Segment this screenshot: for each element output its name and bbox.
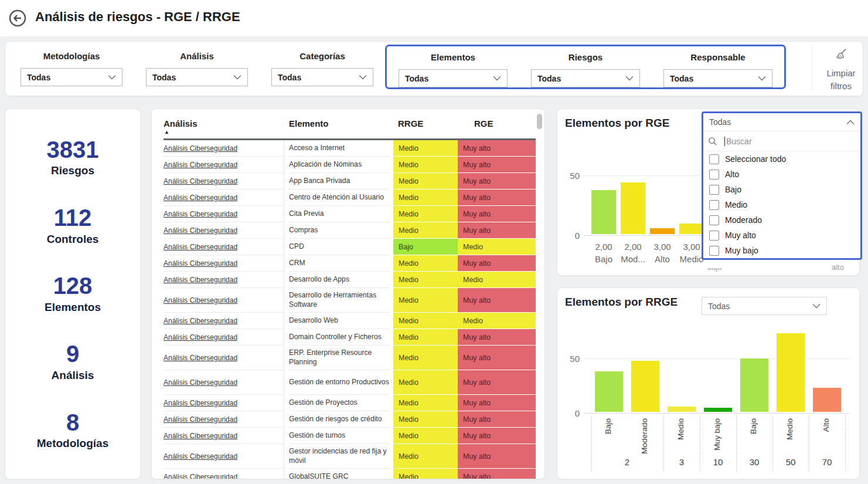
filter-label: Responsable bbox=[652, 52, 784, 62]
table-scrollbar-thumb[interactable] bbox=[537, 114, 542, 129]
rrge-cell[interactable]: Medio bbox=[393, 411, 458, 428]
filter-dropdown-metodologias[interactable]: Todas bbox=[21, 68, 122, 86]
checkbox-unchecked[interactable] bbox=[709, 246, 719, 256]
rge-cell[interactable]: Muy alto bbox=[458, 173, 536, 189]
checkbox-unchecked[interactable] bbox=[709, 215, 719, 225]
back-button[interactable] bbox=[8, 9, 27, 28]
rge-slicer-header[interactable]: Todas bbox=[703, 113, 860, 131]
rge-cell[interactable]: Medio bbox=[458, 272, 536, 288]
filter-dropdown-elementos[interactable]: Todas bbox=[399, 69, 508, 87]
rrge-bar-bajo[interactable] bbox=[740, 358, 768, 412]
rrge-cell[interactable]: Medio bbox=[393, 346, 458, 370]
rge-cell[interactable]: Muy alto bbox=[458, 329, 536, 346]
rge-cell[interactable]: Muy alto bbox=[458, 140, 536, 157]
rrge-bar-alto[interactable] bbox=[813, 388, 841, 412]
filter-dropdown-analisis[interactable]: Todas bbox=[146, 68, 248, 86]
slicer-item-alto[interactable]: Alto bbox=[703, 167, 860, 182]
analysis-link[interactable]: Análisis Ciberseguridad bbox=[164, 259, 237, 268]
slicer-item-muy-bajo[interactable]: Muy bajo bbox=[703, 243, 860, 258]
rrge-cell[interactable]: Medio bbox=[393, 157, 458, 173]
rge-bar-mod[interactable] bbox=[621, 182, 645, 234]
checkbox-unchecked[interactable] bbox=[709, 231, 719, 241]
analysis-link[interactable]: Análisis Ciberseguridad bbox=[164, 452, 237, 461]
rge-cell[interactable]: Muy alto bbox=[458, 206, 536, 222]
rrge-bar-moderado[interactable] bbox=[631, 361, 659, 412]
analysis-link[interactable]: Análisis Ciberseguridad bbox=[164, 210, 237, 218]
rge-cell[interactable]: Muy alto bbox=[458, 444, 536, 469]
checkbox-unchecked[interactable] bbox=[709, 154, 719, 164]
rrge-bar-muy-bajo[interactable] bbox=[704, 408, 732, 412]
rrge-cell[interactable]: Medio bbox=[393, 206, 458, 222]
table-scrollbar[interactable] bbox=[537, 113, 543, 476]
slicer-item-medio[interactable]: Medio bbox=[703, 197, 860, 212]
rge-cell[interactable]: Medio bbox=[458, 239, 536, 255]
slicer-item-bajo[interactable]: Bajo bbox=[703, 182, 860, 197]
rrge-cell[interactable]: Medio bbox=[393, 444, 458, 469]
rrge-cell[interactable]: Medio bbox=[393, 428, 458, 444]
rge-bar-medio[interactable] bbox=[679, 224, 704, 234]
checkbox-unchecked[interactable] bbox=[709, 170, 719, 180]
slicer-item-seleccionar-todo[interactable]: Seleccionar todo bbox=[703, 151, 860, 167]
column-header-rge[interactable]: RGE bbox=[474, 119, 493, 128]
rrge-bar-medio[interactable] bbox=[668, 407, 696, 412]
rge-cell[interactable]: Muy alto bbox=[458, 255, 536, 272]
checkbox-unchecked[interactable] bbox=[709, 200, 719, 210]
column-header-analisis[interactable]: Análisis bbox=[164, 119, 198, 128]
analysis-link[interactable]: Análisis Ciberseguridad bbox=[164, 296, 237, 304]
analysis-link[interactable]: Análisis Ciberseguridad bbox=[164, 354, 237, 362]
rrge-cell[interactable]: Bajo bbox=[393, 239, 458, 255]
filter-dropdown-responsable[interactable]: Todas bbox=[663, 69, 772, 87]
rge-cell[interactable]: Muy alto bbox=[458, 346, 536, 370]
slicer-search-box[interactable]: Buscar bbox=[703, 131, 860, 151]
rge-cell[interactable]: Muy alto bbox=[458, 288, 536, 313]
analysis-link[interactable]: Análisis Ciberseguridad bbox=[164, 333, 237, 341]
filter-dropdown-categorias[interactable]: Todas bbox=[271, 68, 373, 86]
rge-cell[interactable]: Muy alto bbox=[458, 222, 536, 239]
analysis-link[interactable]: Análisis Ciberseguridad bbox=[164, 276, 237, 284]
rrge-cell[interactable]: Medio bbox=[393, 313, 458, 329]
rge-cell[interactable]: Muy alto bbox=[458, 428, 536, 444]
rge-bar-alto[interactable] bbox=[650, 228, 675, 234]
rrge-cell[interactable]: Medio bbox=[393, 173, 458, 189]
analysis-link[interactable]: Análisis Ciberseguridad bbox=[164, 432, 237, 440]
analysis-link[interactable]: Análisis Ciberseguridad bbox=[164, 415, 237, 424]
rge-cell[interactable]: Medio bbox=[458, 313, 536, 329]
rrge-bar-medio[interactable] bbox=[777, 333, 805, 412]
analysis-link[interactable]: Análisis Ciberseguridad bbox=[164, 473, 237, 480]
analysis-link[interactable]: Análisis Ciberseguridad bbox=[164, 144, 237, 153]
column-header-rrge[interactable]: RRGE bbox=[398, 119, 423, 128]
rge-cell[interactable]: Muy alto bbox=[458, 395, 536, 411]
column-header-elemento[interactable]: Elemento bbox=[289, 119, 329, 128]
slicer-item-moderado[interactable]: Moderado bbox=[703, 212, 860, 228]
rrge-cell[interactable]: Medio bbox=[393, 189, 458, 206]
rrge-cell[interactable]: Medio bbox=[393, 255, 458, 272]
slicer-item-muy-alto[interactable]: Muy alto bbox=[703, 228, 860, 243]
clear-filters-button[interactable]: Limpiar filtros bbox=[820, 48, 862, 93]
rrge-cell[interactable]: Medio bbox=[393, 272, 458, 288]
rrge-cell[interactable]: Medio bbox=[393, 222, 458, 239]
checkbox-unchecked[interactable] bbox=[709, 185, 719, 195]
analysis-link[interactable]: Análisis Ciberseguridad bbox=[164, 177, 237, 185]
rrge-cell[interactable]: Medio bbox=[393, 469, 458, 479]
analysis-link[interactable]: Análisis Ciberseguridad bbox=[164, 243, 237, 251]
analysis-link[interactable]: Análisis Ciberseguridad bbox=[164, 378, 237, 387]
rge-cell[interactable]: Muy alto bbox=[458, 370, 536, 395]
rrge-cell[interactable]: Medio bbox=[393, 370, 458, 395]
rrge-cell[interactable]: Medio bbox=[393, 395, 458, 411]
analysis-link[interactable]: Análisis Ciberseguridad bbox=[164, 399, 237, 407]
rge-cell[interactable]: Muy alto bbox=[458, 157, 536, 173]
analysis-link[interactable]: Análisis Ciberseguridad bbox=[164, 317, 237, 325]
rge-cell[interactable]: Muy alto bbox=[458, 411, 536, 428]
rrge-cell[interactable]: Medio bbox=[393, 288, 458, 313]
rge-cell[interactable]: Muy alto bbox=[458, 469, 536, 479]
rrge-cell[interactable]: Medio bbox=[393, 329, 458, 346]
analysis-link[interactable]: Análisis Ciberseguridad bbox=[164, 226, 237, 235]
filter-dropdown-riesgos[interactable]: Todas bbox=[531, 69, 640, 87]
rge-bar-bajo[interactable] bbox=[591, 190, 616, 234]
analysis-link[interactable]: Análisis Ciberseguridad bbox=[164, 194, 237, 202]
analysis-link[interactable]: Análisis Ciberseguridad bbox=[164, 161, 237, 169]
rrge-bar-bajo[interactable] bbox=[595, 371, 623, 412]
rrge-filter-dropdown[interactable]: Todas bbox=[702, 297, 827, 315]
rge-cell[interactable]: Muy alto bbox=[458, 189, 536, 206]
rrge-cell[interactable]: Medio bbox=[393, 140, 458, 157]
